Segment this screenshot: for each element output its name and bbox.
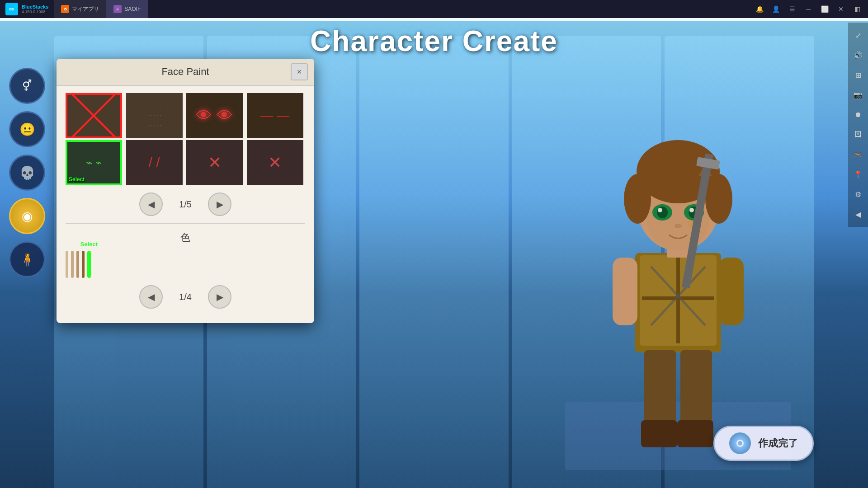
mask-button[interactable]: 💀 [9, 155, 45, 191]
prev-page-button[interactable]: ◀ [139, 192, 163, 216]
face-paint-grid: · · · · ·· · · · ·· · · · · 👁 👁 — — ⌁ ⌁ [66, 93, 305, 185]
left-sidebar: ⚥ 😐 💀 ◉ 🧍 [9, 68, 45, 277]
modal-title: Face Paint [161, 66, 209, 78]
color-swatch-wrap-2 [76, 251, 79, 278]
color-swatch-wrap-0 [66, 251, 68, 278]
color-swatch-3[interactable] [82, 251, 85, 278]
character-svg [565, 63, 791, 470]
brand-label: BlueStacks [22, 4, 48, 9]
color-page-indicator: 1/4 [172, 292, 199, 302]
tab-saoif[interactable]: ⚔ SAOIF [106, 0, 148, 18]
my-apps-icon: 🏠 [61, 5, 69, 13]
saoif-label: SAOIF [124, 6, 141, 12]
right-btn-controls[interactable]: ⚙ [850, 185, 866, 203]
color-prev-button[interactable]: ◀ [139, 285, 163, 309]
svg-rect-31 [680, 350, 712, 432]
right-btn-rec[interactable]: ⏺ [850, 106, 866, 124]
face-paint-cell-4[interactable]: ⌁ ⌁ Select [66, 140, 122, 185]
body-button[interactable]: 🧍 [9, 241, 45, 277]
color-swatch-1[interactable] [71, 251, 74, 278]
window-controls: 🔔 👤 ☰ ─ ⬜ ✕ ◧ [752, 2, 868, 16]
notification-button[interactable]: 🔔 [752, 2, 767, 16]
svg-rect-27 [719, 258, 744, 325]
game-title-area: Character Create [0, 24, 868, 58]
right-btn-camera[interactable]: 📷 [850, 86, 866, 104]
right-btn-location[interactable]: 📍 [850, 165, 866, 183]
svg-rect-33 [677, 420, 713, 447]
right-btn-expand[interactable]: ⊞ [850, 66, 866, 84]
color-swatch-2[interactable] [76, 251, 79, 278]
face-paint-cell-3[interactable]: — — [247, 93, 303, 138]
modal-close-button[interactable]: × [291, 63, 308, 80]
progress-bar [0, 18, 868, 21]
modal-body: · · · · ·· · · · ·· · · · · 👁 👁 — — ⌁ ⌁ [57, 86, 314, 323]
completion-circle-inner [736, 440, 744, 447]
color-next-button[interactable]: ▶ [208, 285, 231, 309]
svg-point-22 [658, 208, 662, 212]
svg-point-16 [624, 174, 651, 224]
right-btn-arrow[interactable]: ◀ [850, 205, 866, 223]
color-swatch-0[interactable] [66, 251, 68, 278]
face-paint-cell-0[interactable] [66, 93, 122, 138]
coin-button[interactable]: ◉ [9, 198, 45, 234]
mask-icon: 💀 [19, 165, 35, 180]
tab-my-apps[interactable]: 🏠 マイアプリ [54, 0, 106, 18]
color-swatch-wrap-3 [82, 251, 85, 278]
face-paint-modal: Face Paint × · · · · ·· · · · ·· · · · · [57, 59, 314, 323]
brand-name: BlueStacks 4.150.0.1008 [22, 4, 48, 14]
sidebar-toggle[interactable]: ◧ [850, 2, 864, 16]
account-button[interactable]: 👤 [769, 2, 783, 16]
right-sidebar: ⤢ 🔊 ⊞ 📷 ⏺ 🖼 🎮 📍 ⚙ ◀ [848, 23, 868, 227]
right-btn-gamepad[interactable]: 🎮 [850, 145, 866, 164]
face-button[interactable]: 😐 [9, 111, 45, 147]
title-bar-left: BS BlueStacks 4.150.0.1008 [0, 3, 54, 15]
character-create-title: Character Create [0, 24, 868, 58]
my-apps-label: マイアプリ [72, 5, 99, 13]
svg-point-17 [705, 174, 732, 224]
modal-divider [66, 223, 305, 224]
menu-button[interactable]: ☰ [785, 2, 799, 16]
dots-pattern: · · · · ·· · · · ·· · · · · [147, 101, 161, 131]
selected-color-label: Select [80, 241, 98, 248]
completion-button[interactable]: 作成完了 [713, 426, 814, 461]
face-paint-cell-5[interactable]: / / [126, 140, 183, 185]
completion-label: 作成完了 [758, 436, 798, 450]
red-glow-eyes: 👁 👁 [196, 106, 233, 125]
minimize-button[interactable]: ─ [801, 2, 816, 16]
face-paint-cell-6[interactable]: ✕ [186, 140, 243, 185]
restore-button[interactable]: ⬜ [817, 2, 832, 16]
green-marks: ⌁ ⌁ [86, 156, 102, 169]
color-section-title: 色 [66, 231, 305, 244]
right-btn-gallery[interactable]: 🖼 [850, 126, 866, 144]
red-slashes: / / [148, 155, 160, 170]
gender-button[interactable]: ⚥ [9, 68, 45, 104]
face-paint-cell-2[interactable]: 👁 👁 [186, 93, 243, 138]
no-paint-x [67, 95, 120, 136]
gender-icon: ⚥ [22, 80, 32, 92]
color-swatch-wrap-4: Select [87, 251, 91, 278]
bg-panel [359, 36, 509, 488]
close-button[interactable]: ✕ [834, 2, 848, 16]
body-icon: 🧍 [19, 252, 35, 267]
right-btn-volume[interactable]: 🔊 [850, 46, 866, 64]
completion-circle-icon [729, 432, 751, 454]
x-marks-2: ✕ [268, 153, 282, 172]
pagination-bottom: ◀ 1/4 ▶ [66, 285, 305, 309]
modal-header: Face Paint × [57, 59, 314, 86]
color-grid: Select [66, 251, 305, 278]
x-marks-1: ✕ [208, 153, 222, 172]
face-paint-cell-1[interactable]: · · · · ·· · · · ·· · · · · [126, 93, 183, 138]
svg-point-20 [657, 206, 668, 218]
page-indicator: 1/5 [172, 199, 199, 210]
version-label: 4.150.0.1008 [22, 9, 48, 14]
color-swatch-wrap-1 [71, 251, 74, 278]
face-paint-cell-7[interactable]: ✕ [247, 140, 303, 185]
title-bar: BS BlueStacks 4.150.0.1008 🏠 マイアプリ ⚔ SAO… [0, 0, 868, 18]
right-btn-resize[interactable]: ⤢ [850, 26, 866, 44]
character-area [515, 59, 841, 474]
svg-rect-30 [644, 350, 676, 432]
color-swatch-4[interactable] [87, 251, 91, 278]
red-blush: — — [260, 108, 289, 123]
face-icon: 😐 [19, 122, 35, 137]
next-page-button[interactable]: ▶ [208, 192, 231, 216]
